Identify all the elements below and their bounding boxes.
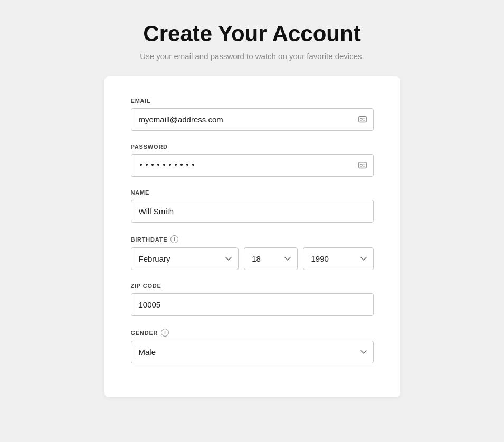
email-field-group: EMAIL: [131, 98, 374, 131]
gender-info-icon: i: [161, 329, 169, 337]
birthdate-month-wrapper: JanuaryFebruaryMarchAprilMayJuneJulyAugu…: [131, 247, 239, 270]
form-card: EMAIL PASSWORD: [104, 76, 400, 397]
name-field-group: NAME: [131, 189, 374, 223]
page-title: Create Your Account: [140, 21, 364, 46]
birthdate-month-select[interactable]: JanuaryFebruaryMarchAprilMayJuneJulyAugu…: [131, 247, 239, 270]
birthdate-field-group: BIRTHDATE i JanuaryFebruaryMarchAprilMay…: [131, 235, 374, 270]
email-input-wrapper: [131, 108, 374, 131]
name-label: NAME: [131, 189, 374, 196]
birthdate-day-wrapper: 1234567891011121314151617181920212223242…: [244, 247, 298, 270]
svg-rect-5: [360, 164, 362, 166]
page-header: Create Your Account Use your email and p…: [140, 21, 364, 61]
password-icon: [358, 161, 367, 170]
birthdate-year-wrapper: 2024202320222021202020192018201720162015…: [303, 247, 373, 270]
zipcode-field-group: ZIP CODE: [131, 283, 374, 316]
zipcode-input[interactable]: [131, 293, 374, 316]
gender-field-group: GENDER i MaleFemaleNon-binaryPrefer not …: [131, 329, 374, 363]
page-subtitle: Use your email and password to watch on …: [140, 52, 364, 61]
birthdate-year-select[interactable]: 2024202320222021202020192018201720162015…: [303, 247, 373, 270]
email-icon: [358, 115, 367, 124]
svg-rect-4: [358, 162, 366, 168]
email-label: EMAIL: [131, 98, 374, 104]
password-input-wrapper: [131, 154, 374, 177]
password-input[interactable]: [131, 154, 374, 177]
svg-rect-1: [360, 118, 362, 120]
zipcode-label: ZIP CODE: [131, 283, 374, 289]
name-input[interactable]: [131, 200, 374, 223]
gender-label: GENDER i: [131, 329, 374, 337]
svg-rect-0: [358, 116, 366, 122]
password-label: PASSWORD: [131, 143, 374, 150]
birthdate-info-icon: i: [170, 235, 178, 243]
email-input[interactable]: [131, 108, 374, 131]
birthdate-day-select[interactable]: 1234567891011121314151617181920212223242…: [244, 247, 298, 270]
gender-select[interactable]: MaleFemaleNon-binaryPrefer not to say: [131, 341, 374, 363]
birthdate-row: JanuaryFebruaryMarchAprilMayJuneJulyAugu…: [131, 247, 374, 270]
password-field-group: PASSWORD: [131, 143, 374, 177]
birthdate-label: BIRTHDATE i: [131, 235, 374, 243]
